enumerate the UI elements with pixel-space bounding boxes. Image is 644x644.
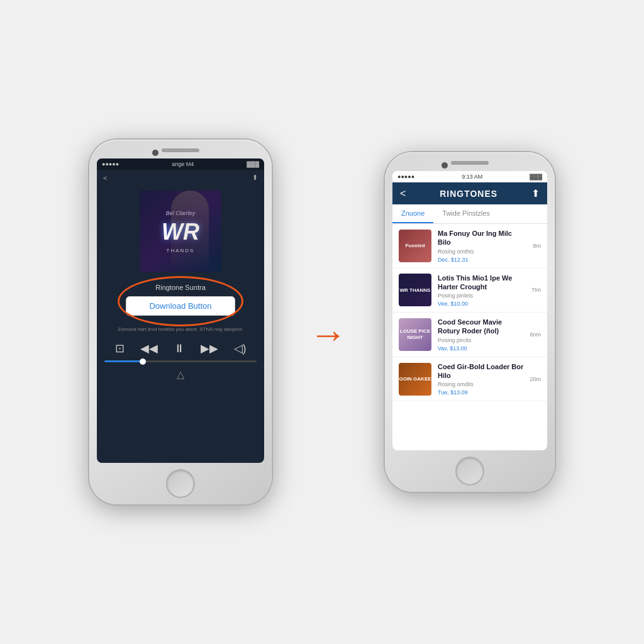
list-item[interactable]: LOUSE PICE NIGHT Cood Secour Mavie Rotur… xyxy=(392,313,547,357)
right-speaker xyxy=(451,161,489,165)
right-back-button[interactable]: < xyxy=(400,188,406,199)
pause-icon[interactable]: ⏸ xyxy=(174,342,185,355)
thumb-label-3: LOUSE PICE NIGHT xyxy=(399,328,431,340)
left-camera xyxy=(152,150,158,156)
left-header: < ⬆ xyxy=(97,170,264,186)
right-phone: ●●●●● 9:13 AM ▓▓▓ < RINGTONES ⬆ Znuone T… xyxy=(385,152,555,492)
list-item[interactable]: GOIN GAKEE Coed Gir-Bold Loader Bor Hilo… xyxy=(392,357,547,402)
song-info-2: Lotis This Mio1 Ipe We Harter Crought Po… xyxy=(438,274,525,308)
song-title-4: Coed Gir-Bold Loader Bor Hilo xyxy=(438,362,523,380)
song-meta-1: Dec. $12.31 xyxy=(438,257,526,263)
tab-znuone[interactable]: Znuone xyxy=(392,204,433,223)
left-speaker xyxy=(162,148,199,152)
song-subtitle-1: Rosing omthts xyxy=(438,248,526,255)
song-subtitle-2: Posing pinlets xyxy=(438,292,525,299)
right-header-title: RINGTONES xyxy=(440,189,497,199)
right-share-button[interactable]: ⬆ xyxy=(531,187,540,199)
main-scene: ●●●●● ange M4 ▓▓▓ < ⬆ Bel Clarrley WR TH… xyxy=(0,0,644,644)
repeat-icon[interactable]: ⊡ xyxy=(115,341,125,355)
left-screen: ●●●●● ange M4 ▓▓▓ < ⬆ Bel Clarrley WR TH… xyxy=(97,158,264,463)
song-thumb-2: WR THANNS xyxy=(399,274,431,306)
song-duration-2: 7Im xyxy=(531,287,541,293)
album-art: Bel Clarrley WR THANDS xyxy=(140,191,221,272)
thumb-label-4: GOIN GAKEE xyxy=(399,376,431,382)
song-meta-2: Vee, $10.00 xyxy=(438,301,525,307)
forward-icon[interactable]: ▶▶ xyxy=(201,341,218,355)
right-status-bar: ●●●●● 9:13 AM ▓▓▓ xyxy=(392,171,547,182)
tab-twide[interactable]: Twide Pinstzles xyxy=(433,204,499,223)
thumb-label-1: Fuosted xyxy=(405,243,425,249)
scroll-text: Zomood hart linot lonlebs you abort. STN… xyxy=(97,322,264,336)
song-thumb-3: LOUSE PICE NIGHT xyxy=(399,318,431,351)
left-phone: ●●●●● ange M4 ▓▓▓ < ⬆ Bel Clarrley WR TH… xyxy=(89,140,272,504)
player-controls: ⊡ ◀◀ ⏸ ▶▶ ◁) xyxy=(97,336,264,360)
left-back-button[interactable]: < xyxy=(103,174,107,182)
song-meta-3: Vav, $13.00 xyxy=(438,345,523,352)
song-info-1: Ma Fonuy Our Ing Milc Bilo Rosing omthts… xyxy=(438,229,526,263)
tab-bar: Znuone Twide Pinstzles xyxy=(392,204,547,224)
arrow-container: → xyxy=(309,316,347,353)
song-thumb-4: GOIN GAKEE xyxy=(399,363,431,396)
right-battery: ▓▓▓ xyxy=(530,174,542,180)
album-art-container: Bel Clarrley WR THANDS xyxy=(97,186,264,277)
right-time: 9:13 AM xyxy=(462,174,482,180)
left-signal: ●●●●● xyxy=(102,161,119,167)
arrow-icon: → xyxy=(309,316,347,353)
volume-icon[interactable]: ◁) xyxy=(234,341,247,355)
progress-dot xyxy=(140,358,146,365)
song-meta-4: Tue, $13.09 xyxy=(438,389,523,396)
list-item[interactable]: WR THANNS Lotis This Mio1 Ipe We Harter … xyxy=(392,269,547,313)
left-home-button[interactable] xyxy=(166,469,195,498)
right-camera xyxy=(441,162,448,169)
list-item[interactable]: Fuosted Ma Fonuy Our Ing Milc Bilo Rosin… xyxy=(392,224,547,269)
person-silhouette xyxy=(171,191,209,272)
song-subtitle-4: Rosing omdits xyxy=(438,381,523,387)
left-share-button[interactable]: ⬆ xyxy=(252,174,258,182)
progress-bar[interactable] xyxy=(104,360,257,362)
song-duration-4: 20m xyxy=(530,376,541,382)
song-info-4: Coed Gir-Bold Loader Bor Hilo Rosing omd… xyxy=(438,362,523,396)
song-thumb-1: Fuosted xyxy=(399,230,431,262)
song-subtitle-3: Posing pircits xyxy=(438,337,523,343)
bottom-icon: △ xyxy=(97,366,264,383)
progress-fill xyxy=(104,360,143,362)
song-title-3: Cood Secour Mavie Rotury Roder (ñol) xyxy=(438,318,523,336)
right-header: < RINGTONES ⬆ xyxy=(392,182,547,204)
left-status-bar: ●●●●● ange M4 ▓▓▓ xyxy=(97,158,264,170)
song-title-2: Lotis This Mio1 Ipe We Harter Crought xyxy=(438,274,525,292)
right-home-button[interactable] xyxy=(455,457,484,486)
song-info-3: Cood Secour Mavie Rotury Roder (ñol) Pos… xyxy=(438,318,523,352)
ringtone-section: Ringtone Suntra Download Button xyxy=(97,277,264,322)
ringtone-label: Ringtone Suntra xyxy=(155,284,206,291)
song-title-1: Ma Fonuy Our Ing Milc Bilo xyxy=(438,229,526,247)
left-carrier-time: ange M4 xyxy=(172,161,194,167)
song-list: Fuosted Ma Fonuy Our Ing Milc Bilo Rosin… xyxy=(392,224,547,450)
back-icon[interactable]: ◀◀ xyxy=(140,341,158,355)
left-battery: ▓▓▓ xyxy=(247,161,259,167)
song-duration-1: 8m xyxy=(533,243,541,249)
right-screen: ●●●●● 9:13 AM ▓▓▓ < RINGTONES ⬆ Znuone T… xyxy=(392,171,547,450)
right-signal: ●●●●● xyxy=(397,174,414,180)
download-button[interactable]: Download Button xyxy=(126,296,235,316)
thumb-label-2: WR THANNS xyxy=(400,287,431,294)
song-duration-3: 6nm xyxy=(530,331,541,338)
